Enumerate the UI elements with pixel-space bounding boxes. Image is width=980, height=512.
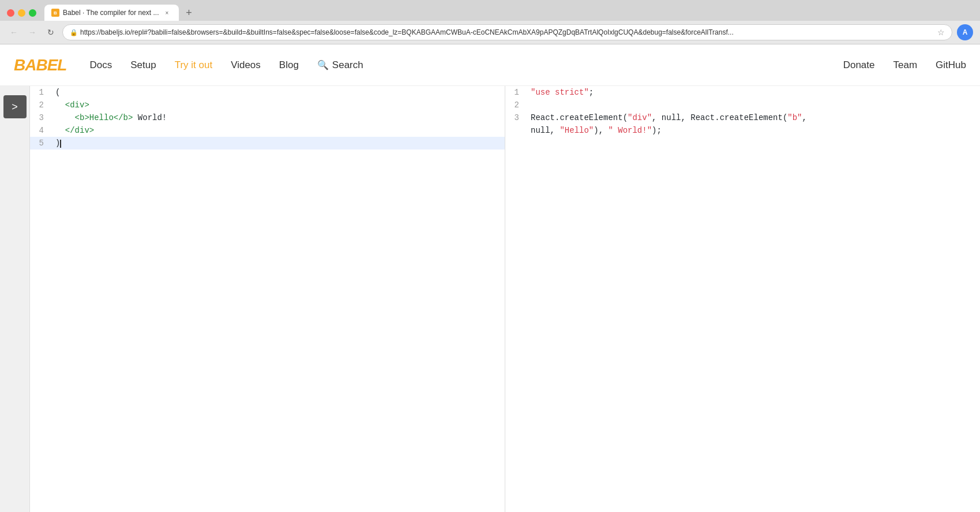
line-content-1: (: [53, 86, 505, 99]
main-nav: BABEL Docs Setup Try it out Videos Blog …: [0, 44, 980, 86]
refresh-button[interactable]: ↻: [44, 25, 58, 39]
line-number-4: 4: [30, 124, 53, 137]
right-editor: 1 "use strict"; 2 3 React.createElement(…: [505, 86, 980, 512]
code-line-2: 2 <div>: [30, 99, 505, 111]
line-number-3: 3: [30, 111, 53, 124]
line-number-2: 2: [30, 99, 53, 111]
output-content-3: React.createElement("div", null, React.c…: [528, 111, 980, 137]
nav-blog[interactable]: Blog: [279, 59, 299, 71]
new-tab-button[interactable]: +: [181, 5, 197, 21]
output-line-1: 1 "use strict";: [505, 86, 980, 99]
tab-close-button[interactable]: ×: [163, 8, 172, 17]
left-editor[interactable]: 1 ( 2 <div> 3 <b>Hello</b> World! 4 </di…: [30, 86, 505, 512]
output-line-number-2: 2: [505, 99, 528, 111]
address-bar: ← → ↻ 🔒 https://babeljs.io/repl#?babili=…: [0, 21, 980, 44]
active-tab[interactable]: B Babel · The compiler for next ... ×: [44, 5, 179, 21]
output-line-number-1: 1: [505, 86, 528, 99]
profile-button[interactable]: A: [957, 24, 973, 40]
code-line-5: 5 ): [30, 137, 505, 150]
code-line-3: 3 <b>Hello</b> World!: [30, 111, 505, 124]
line-content-4: </div>: [53, 124, 505, 137]
settings-panel: >: [0, 86, 30, 512]
code-line-1: 1 (: [30, 86, 505, 99]
tab-title: Babel · The compiler for next ...: [63, 9, 159, 17]
search-icon: 🔍: [317, 59, 329, 70]
minimize-window-button[interactable]: [18, 9, 25, 17]
line-number-5: 5: [30, 137, 53, 150]
close-window-button[interactable]: [7, 9, 14, 17]
forward-button[interactable]: →: [25, 25, 39, 39]
editor-area: > 1 ( 2 <div> 3 <b>Hello</b> World! 4: [0, 86, 980, 512]
output-line-3: 3 React.createElement("div", null, React…: [505, 111, 980, 137]
line-content-3: <b>Hello</b> World!: [53, 111, 505, 124]
code-line-4: 4 </div>: [30, 124, 505, 137]
url-text: https://babeljs.io/repl#?babili=false&br…: [80, 28, 935, 36]
back-button[interactable]: ←: [7, 25, 21, 39]
nav-links: Docs Setup Try it out Videos Blog 🔍 Sear…: [89, 59, 843, 71]
line-content-2: <div>: [53, 99, 505, 111]
site-logo[interactable]: BABEL: [14, 56, 66, 74]
nav-github[interactable]: GitHub: [936, 59, 966, 71]
search-label: Search: [332, 59, 363, 71]
nav-setup[interactable]: Setup: [130, 59, 156, 71]
output-line-2: 2: [505, 99, 980, 111]
nav-videos[interactable]: Videos: [231, 59, 261, 71]
browser-chrome: B Babel · The compiler for next ... × + …: [0, 0, 980, 44]
nav-docs[interactable]: Docs: [89, 59, 112, 71]
output-code: 1 "use strict"; 2 3 React.createElement(…: [505, 86, 980, 137]
input-code: 1 ( 2 <div> 3 <b>Hello</b> World! 4 </di…: [30, 86, 505, 150]
output-line-number-3: 3: [505, 111, 528, 124]
nav-search[interactable]: 🔍 Search: [317, 59, 363, 71]
nav-donate[interactable]: Donate: [843, 59, 875, 71]
nav-team[interactable]: Team: [893, 59, 918, 71]
maximize-window-button[interactable]: [29, 9, 36, 17]
line-number-1: 1: [30, 86, 53, 99]
tab-favicon: B: [51, 9, 59, 17]
window-controls: [7, 9, 36, 17]
line-content-5: ): [53, 137, 505, 150]
security-icon: 🔒: [70, 29, 78, 36]
bookmark-icon[interactable]: ☆: [937, 28, 945, 37]
url-bar[interactable]: 🔒 https://babeljs.io/repl#?babili=false&…: [62, 24, 952, 40]
chevron-right-icon: >: [12, 101, 18, 113]
nav-try-it-out[interactable]: Try it out: [175, 59, 213, 71]
output-content-1: "use strict";: [528, 86, 980, 99]
settings-toggle-button[interactable]: >: [3, 95, 27, 118]
tab-bar: B Babel · The compiler for next ... × +: [0, 0, 980, 21]
nav-right: Donate Team GitHub: [843, 59, 966, 71]
